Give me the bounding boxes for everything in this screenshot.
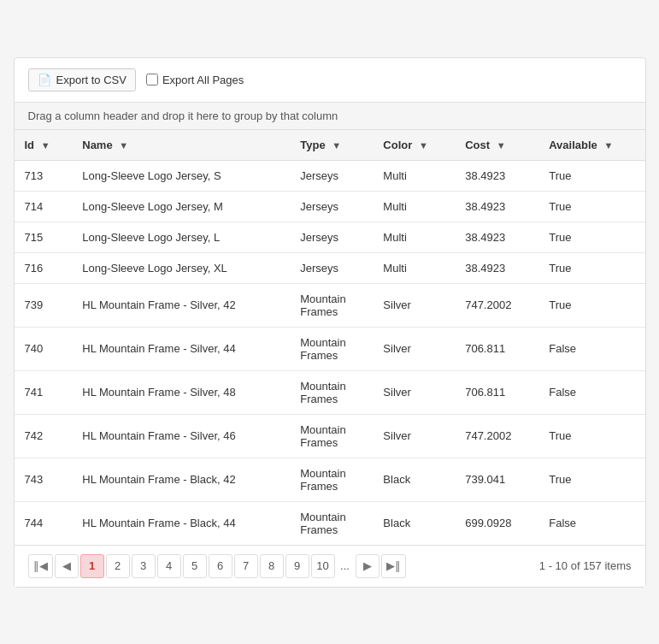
table-row: 715 Long-Sleeve Logo Jersey, L Jerseys M… [15,222,645,252]
cell-type: Jerseys [290,252,373,283]
page-button-5[interactable]: 5 [183,554,207,578]
cell-cost: 747.2002 [455,414,538,458]
cell-color: Black [373,458,455,501]
col-header-type[interactable]: Type ▼ [290,130,373,161]
table-row: 714 Long-Sleeve Logo Jersey, M Jerseys M… [15,191,645,222]
page-ellipsis: ... [337,554,354,578]
cell-available: True [538,252,644,283]
page-button-9[interactable]: 9 [285,554,309,578]
col-header-cost[interactable]: Cost ▼ [455,130,538,161]
page-button-8[interactable]: 8 [260,554,284,578]
table-row: 739 HL Mountain Frame - Silver, 42 Mount… [15,283,645,327]
cell-cost: 739.041 [455,458,538,501]
filter-icon-name[interactable]: ▼ [119,140,128,151]
drag-hint: Drag a column header and drop it here to… [15,102,645,130]
table-row: 741 HL Mountain Frame - Silver, 48 Mount… [15,370,645,414]
cell-type: Jerseys [290,160,373,191]
page-info: 1 - 10 of 157 items [539,559,632,572]
page-controls: ‖◀ ◀ 12345678910... ▶ ▶‖ [28,554,406,578]
cell-name: HL Mountain Frame - Black, 42 [72,458,290,501]
table-row: 716 Long-Sleeve Logo Jersey, XL Jerseys … [15,252,645,283]
cell-type: MountainFrames [290,327,373,370]
next-page-button[interactable]: ▶ [356,554,380,578]
filter-icon-cost[interactable]: ▼ [497,140,506,151]
cell-type: Jerseys [290,191,373,222]
cell-type: MountainFrames [290,501,373,545]
cell-name: Long-Sleeve Logo Jersey, M [72,191,290,222]
export-csv-button[interactable]: 📄 Export to CSV [28,68,136,92]
cell-name: Long-Sleeve Logo Jersey, XL [72,252,290,283]
page-button-10[interactable]: 10 [311,554,335,578]
cell-type: Jerseys [290,222,373,252]
main-container: 📄 Export to CSV Export All Pages Drag a … [14,57,646,588]
page-button-7[interactable]: 7 [234,554,258,578]
pagination-bar: ‖◀ ◀ 12345678910... ▶ ▶‖ 1 - 10 of 157 i… [15,545,645,587]
cell-name: Long-Sleeve Logo Jersey, L [72,222,290,252]
table-row: 742 HL Mountain Frame - Silver, 46 Mount… [15,414,645,458]
cell-name: HL Mountain Frame - Black, 44 [72,501,290,545]
cell-available: True [538,160,644,191]
cell-id: 714 [15,191,73,222]
cell-name: HL Mountain Frame - Silver, 48 [72,370,290,414]
cell-id: 741 [15,370,73,414]
cell-type: MountainFrames [290,458,373,501]
filter-icon-type[interactable]: ▼ [332,140,341,151]
table-header-row: Id ▼ Name ▼ Type ▼ Color ▼ Cost ▼ Availa… [15,130,645,161]
cell-available: False [538,370,644,414]
cell-color: Silver [373,327,455,370]
export-all-label[interactable]: Export All Pages [146,74,244,86]
cell-cost: 38.4923 [455,160,538,191]
cell-id: 716 [15,252,73,283]
cell-id: 715 [15,222,73,252]
prev-page-button[interactable]: ◀ [55,554,79,578]
cell-id: 739 [15,283,73,327]
page-button-4[interactable]: 4 [157,554,181,578]
cell-available: True [538,458,644,501]
cell-color: Silver [373,370,455,414]
cell-id: 742 [15,414,73,458]
page-button-1[interactable]: 1 [80,554,104,578]
table-row: 740 HL Mountain Frame - Silver, 44 Mount… [15,327,645,370]
filter-icon-id[interactable]: ▼ [41,140,50,151]
cell-id: 743 [15,458,73,501]
table-row: 744 HL Mountain Frame - Black, 44 Mounta… [15,501,645,545]
cell-name: Long-Sleeve Logo Jersey, S [72,160,290,191]
cell-available: False [538,501,644,545]
cell-color: Multi [373,252,455,283]
cell-available: True [538,283,644,327]
table-row: 743 HL Mountain Frame - Black, 42 Mounta… [15,458,645,501]
cell-available: True [538,222,644,252]
col-header-color[interactable]: Color ▼ [373,130,455,161]
cell-type: MountainFrames [290,414,373,458]
page-button-2[interactable]: 2 [106,554,130,578]
cell-name: HL Mountain Frame - Silver, 46 [72,414,290,458]
cell-color: Multi [373,191,455,222]
cell-name: HL Mountain Frame - Silver, 44 [72,327,290,370]
cell-id: 740 [15,327,73,370]
cell-type: MountainFrames [290,283,373,327]
export-csv-label: Export to CSV [56,74,127,86]
col-header-id[interactable]: Id ▼ [15,130,73,161]
cell-id: 713 [15,160,73,191]
last-page-button[interactable]: ▶‖ [381,554,406,578]
cell-cost: 699.0928 [455,501,538,545]
cell-color: Multi [373,160,455,191]
cell-color: Silver [373,414,455,458]
page-button-3[interactable]: 3 [132,554,156,578]
page-button-6[interactable]: 6 [209,554,232,578]
export-all-pages-label: Export All Pages [162,74,244,86]
col-header-available[interactable]: Available ▼ [538,130,644,161]
toolbar: 📄 Export to CSV Export All Pages [15,68,645,102]
cell-color: Black [373,501,455,545]
cell-cost: 747.2002 [455,283,538,327]
first-page-button[interactable]: ‖◀ [28,554,53,578]
export-all-checkbox[interactable] [146,74,158,86]
cell-type: MountainFrames [290,370,373,414]
data-table: Id ▼ Name ▼ Type ▼ Color ▼ Cost ▼ Availa… [15,130,645,545]
cell-available: True [538,191,644,222]
filter-icon-color[interactable]: ▼ [419,140,428,151]
filter-icon-available[interactable]: ▼ [603,140,613,151]
cell-color: Multi [373,222,455,252]
cell-available: False [538,327,644,370]
col-header-name[interactable]: Name ▼ [72,130,290,161]
